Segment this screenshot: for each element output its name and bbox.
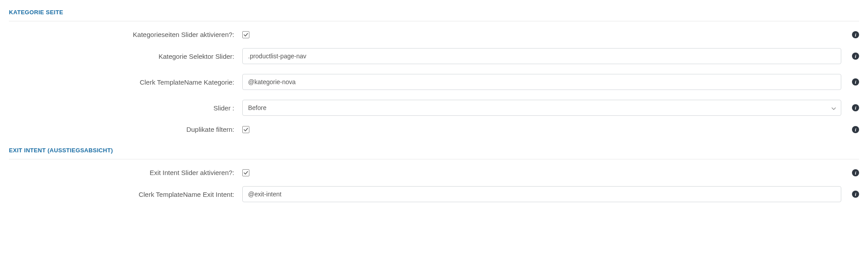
- checkbox-exit-activate[interactable]: [242, 169, 249, 176]
- check-icon: [244, 171, 248, 175]
- check-icon: [244, 127, 248, 132]
- label-kategorie-selector: Kategorie Selektor Slider:: [9, 53, 242, 60]
- checkbox-kategorie-activate[interactable]: [242, 31, 249, 38]
- row-kategorie-slider: Slider : Before i: [9, 95, 859, 121]
- row-kategorie-template: Clerk TemplateName Kategorie: i: [9, 69, 859, 95]
- row-kategorie-selector: Kategorie Selektor Slider: i: [9, 43, 859, 69]
- input-kategorie-selector[interactable]: [242, 48, 841, 64]
- input-exit-template[interactable]: [242, 186, 841, 202]
- label-kategorie-activate: Kategorieseiten Slider aktivieren?:: [9, 31, 242, 38]
- row-exit-activate: Exit Intent Slider aktivieren?: i: [9, 164, 859, 181]
- label-kategorie-slider: Slider :: [9, 104, 242, 112]
- section-title-kategorie: KATEGORIE SEITE: [9, 0, 859, 21]
- row-kategorie-activate: Kategorieseiten Slider aktivieren?: i: [9, 26, 859, 43]
- info-icon[interactable]: i: [852, 78, 859, 86]
- checkbox-kategorie-dedupe[interactable]: [242, 126, 249, 133]
- info-icon[interactable]: i: [852, 53, 859, 60]
- info-icon[interactable]: i: [852, 191, 859, 198]
- row-exit-template: Clerk TemplateName Exit Intent: i: [9, 181, 859, 207]
- label-kategorie-template: Clerk TemplateName Kategorie:: [9, 78, 242, 86]
- select-kategorie-slider[interactable]: Before: [242, 100, 841, 116]
- section-title-exit: EXIT INTENT (AUSSTIEGSABSICHT): [9, 138, 859, 159]
- info-icon[interactable]: i: [852, 126, 859, 133]
- label-kategorie-dedupe: Duplikate filtern:: [9, 126, 242, 133]
- info-icon[interactable]: i: [852, 104, 859, 111]
- label-exit-activate: Exit Intent Slider aktivieren?:: [9, 169, 242, 176]
- label-exit-template: Clerk TemplateName Exit Intent:: [9, 191, 242, 198]
- check-icon: [244, 33, 248, 37]
- row-kategorie-dedupe: Duplikate filtern: i: [9, 121, 859, 138]
- input-kategorie-template[interactable]: [242, 74, 841, 90]
- info-icon[interactable]: i: [852, 31, 859, 38]
- info-icon[interactable]: i: [852, 169, 859, 176]
